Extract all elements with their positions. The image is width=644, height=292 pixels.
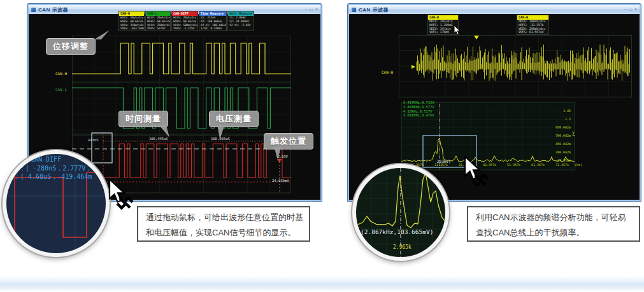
caption-line: 查找CAN总线上的干扰频率。 [476,225,631,240]
channel-label-can-l: CAN-L [55,87,67,92]
readout-line: HOFS: 68.667uS [119,20,144,24]
readout-can-l: CAN-L HDIV: 20uS/div HOFS: 68.667uS VDIV… [145,11,171,31]
spectrum-y-tick: 1.2 [549,117,571,121]
sigma-symbol: Σ [572,131,575,137]
caption-line: 和电压幅值，实现CAN信号细节的显示。 [146,225,301,240]
channel-label-can-h: CAN-H [55,71,67,76]
right-readout-freq: CAN-H HDIV: 10kHz/div HOFS: -31.357k VDI… [517,15,549,35]
readout-header: Time Measure [199,11,226,16]
loupe-spectrum [356,168,445,257]
spectrum-y-tick: 200.042m [549,150,571,154]
left-caption-box: 通过拖动鼠标，可给出波形任意位置的时基 和电压幅值，实现CAN信号细节的显示。 [137,206,310,242]
drag-cursor-icon [464,156,489,190]
left-magnifier-loupe: CAN-DIFF ：( -280nS，2.777V， ：( 4.68uS，-41… [3,150,110,257]
readout-line: 1/ΔX: 9.22KHz [199,27,226,31]
close-button[interactable]: × [315,7,318,12]
minimize-button[interactable]: – [624,7,627,12]
right-window-title: CAN 示波器 [359,6,622,13]
readout-can-diff: CAN-DIFF HDIV: 20uS/div HOFS: 68.667uS V… [171,11,198,31]
readout-header: CAN-L [146,11,170,16]
readout-line: VOFS: 527mV [146,27,170,31]
spectrum-x-tick: 51.357k [507,163,520,167]
readout-line: HDIV: 20uS/div [172,16,197,20]
loupe-coord-line: ：( -280nS，2.777V， [19,164,92,173]
callout-trigger-position: 触发位置 [264,133,313,149]
readout-header: CAN-H [119,11,144,16]
page: CAN 示波器 – □ × CAN-H CAN-L CAN-H HDIV: 20… [0,0,644,292]
left-readout-row: CAN-H HDIV: 20uS/div HOFS: 68.667uS VDIV… [118,11,254,31]
bottom-decor-band [0,276,644,292]
readout-header: CAN-DIFF [172,11,197,16]
cursor-dx-label: 108.445uS [149,137,168,141]
maximize-button[interactable]: □ [629,7,632,12]
spectrum-x-unit: (Hz) [575,163,582,167]
minimize-button[interactable]: – [305,7,308,12]
close-button[interactable]: × [634,7,637,12]
readout-can-h: CAN-H HDIV: 20uS/div HOFS: 68.667uS VDIV… [118,11,145,31]
readout-line: VOFS: 61.597uV [517,31,548,34]
spectrum-tooltip-fragment: 293mV) [437,159,451,163]
peak-entry: 3.417KHz,0.715V [403,101,434,105]
readout-line: HDIV: 20uS/div [146,16,170,20]
app-icon [31,8,36,12]
readout-line: HOFS: 68.667uS [172,20,197,24]
cursor-y2-label: 24.039mV [272,179,289,183]
readout-line: VOFS: -1.235V [172,27,197,31]
loupe-coord-line: ：( 4.68uS，-419.464m [14,172,92,181]
right-magnifier-loupe: (2.867kHz,103.665mV) 2.965k [352,164,449,261]
spectrum-y-tick: 1.45 [549,109,571,113]
loupe-x-tick: 2.965k [393,244,411,250]
spectrum-y-tick: -49.958m [549,158,571,162]
app-icon [352,8,356,12]
cursor-x1-label: 223nS [88,138,99,142]
readout-header: Volt Measure [228,11,254,16]
peak-entry: 4.15KHz,0.517V [403,109,434,114]
right-caption-box: 利用CAN示波器的频谱分析功能，可轻易 查找CAN总线上的干扰频率。 [467,206,640,242]
peak-entry: 2.868KHz,0.577V [403,105,434,109]
drag-cursor-icon [108,179,134,212]
caption-line: 通过拖动鼠标，可给出波形任意位置的时基 [146,210,301,225]
maximize-button[interactable]: □ [310,7,313,12]
spectrum-peak-list: 3.417KHz,0.715V 2.868KHz,0.577V 4.15KHz,… [403,101,434,118]
loupe-channel-label: CAN-DIFF [31,156,61,163]
readout-line: HDIV: 20uS/div [119,16,144,20]
readout-can-h-freq: CAN-H HDIV: 10kHz/div HOFS: -31.357k VDI… [517,15,549,35]
readout-line: Y2-Y1: -2.03V [228,24,254,27]
spectrum-y-tick: 450.042m [549,142,571,146]
mouse-cursor-icon [454,25,462,39]
loupe-tooltip: (2.867kHz,103.665mV) [361,228,433,235]
spectrum-x-tick: 61.357k [531,163,545,167]
spectrum-x-tick: 71.357k [555,163,569,167]
right-titlebar[interactable]: CAN 示波器 – □ × [349,5,640,14]
callout-time-measure: 时间测量 [118,111,168,127]
readout-line: VOFS: -653.546mV [119,27,144,31]
readout-line: HOFS: 68.667uS [146,20,170,24]
caption-line: 利用CAN示波器的频谱分析功能，可轻易 [476,210,631,225]
spectrum-y-tick: 950.042m [549,125,571,129]
peak-entry: 3.601KHz,0.476V [403,113,434,118]
readout-time-measure: Time Measure X1: 223nS X2: 108.668uS X2-… [199,11,227,31]
channel-label-can-h: CAN-H [382,70,393,74]
readout-volt-measure: Volt Measure Y1: 2.054V Y2: 24.039mV Y2-… [227,11,254,31]
callout-displacement-adjust: 位移调整 [46,38,96,55]
callout-voltage-measure: 电压测量 [209,111,259,127]
spectrum-y-tick: 700.042m [549,134,571,137]
